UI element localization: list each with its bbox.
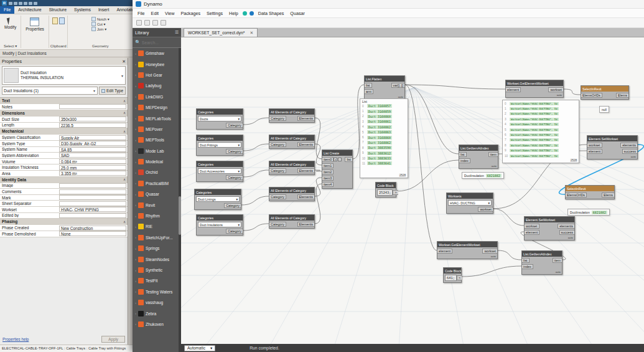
- wire[interactable]: [315, 170, 322, 171]
- save-icon[interactable]: [152, 20, 158, 26]
- library-item-steamnodes[interactable]: ›SteamNodes: [133, 254, 181, 264]
- workspace-tab[interactable]: WORKSET_SET_correct.dyn* ✕: [184, 28, 258, 37]
- close-icon[interactable]: ✕: [122, 59, 126, 64]
- copy-icon[interactable]: [59, 17, 65, 24]
- library-item-meptools[interactable]: ›MEPTools: [133, 135, 181, 145]
- node-sel2[interactable]: SelectInRevitElemsOrIDsElems: [565, 185, 615, 199]
- property-value[interactable]: 0.084 m³: [59, 159, 126, 164]
- library-item-zebra[interactable]: ›Zebra: [133, 308, 181, 318]
- output-port[interactable]: Elements: [297, 142, 314, 147]
- output-port[interactable]: success: [559, 230, 574, 235]
- library-item-testing-waters[interactable]: ›Testing Waters: [133, 287, 181, 297]
- revit-tab-file[interactable]: File: [0, 6, 14, 14]
- wire[interactable]: [405, 85, 459, 154]
- output-port[interactable]: workset: [478, 207, 493, 212]
- library-item-vasshaug[interactable]: ›vasshaug: [133, 297, 181, 308]
- workset-preview[interactable]: 0Workset(Name="HVAC-DUCTING", Id1Workset…: [502, 100, 579, 163]
- wire[interactable]: [243, 170, 269, 177]
- wire[interactable]: [243, 118, 269, 125]
- property-value[interactable]: Supply Air: [59, 135, 126, 140]
- input-port[interactable]: item4: [322, 182, 334, 187]
- library-item-revit[interactable]: ›Revit: [133, 199, 181, 210]
- output-port[interactable]: item: [488, 152, 498, 157]
- library-item-mepover[interactable]: ›MEPover: [133, 124, 181, 135]
- input-port[interactable]: list: [365, 83, 372, 88]
- collapse-icon[interactable]: ∧: [123, 178, 126, 181]
- input-port[interactable]: list: [522, 258, 530, 263]
- node-dropdown[interactable]: Duct Accessories▾: [198, 168, 241, 174]
- property-value[interactable]: D30-Supply_Air-G2: [59, 141, 126, 146]
- paste-icon[interactable]: [52, 17, 58, 24]
- close-icon[interactable]: ✕: [250, 31, 253, 36]
- run-mode-select[interactable]: Automatic ▾: [184, 345, 215, 351]
- library-item-testfit[interactable]: ›TestFit: [133, 275, 181, 286]
- input-port[interactable]: index: [522, 264, 533, 269]
- property-value[interactable]: [59, 183, 126, 188]
- library-item-meplabtools[interactable]: ›MEPLabTools: [133, 113, 181, 123]
- menu-edit[interactable]: Edit: [148, 9, 162, 17]
- element-filter-combo[interactable]: Duct Insulations (1) ▾: [2, 87, 98, 95]
- property-value[interactable]: [59, 201, 126, 206]
- output-port[interactable]: >: [393, 190, 398, 195]
- node-wsnode[interactable]: WorksetsHVAC- DUCTING▾workset: [446, 193, 493, 214]
- output-port[interactable]: list: [345, 157, 352, 162]
- search-input[interactable]: [142, 40, 174, 45]
- property-value[interactable]: SAD: [59, 153, 126, 158]
- node-dropdown[interactable]: Duct Fittings▾: [198, 142, 241, 148]
- wire[interactable]: [315, 144, 322, 165]
- collapse-icon[interactable]: ∧: [123, 99, 126, 103]
- node-all3[interactable]: All Elements of CategoryCategoryElements: [269, 161, 315, 175]
- node-cb2[interactable]: Code Block641;>: [443, 267, 462, 283]
- property-value[interactable]: [59, 104, 126, 109]
- property-value[interactable]: 2236.5: [59, 123, 126, 128]
- wire[interactable]: [243, 224, 269, 231]
- code-text[interactable]: 25243;: [377, 189, 393, 196]
- output-port[interactable]: var[]..[]: [391, 83, 404, 88]
- revit-logo-icon[interactable]: R: [2, 1, 7, 6]
- menu-settings[interactable]: Settings: [203, 9, 226, 17]
- tool-notch[interactable]: Notch ▾: [91, 17, 110, 21]
- input-port[interactable]: Category: [269, 168, 286, 173]
- input-port[interactable]: item3: [322, 176, 334, 181]
- input-port[interactable]: Category: [269, 194, 286, 199]
- wire[interactable]: [405, 85, 505, 89]
- input-port[interactable]: item2: [322, 169, 334, 174]
- flatten-preview[interactable]: List0Duct 31608571Duct 31608592Duct 3160…: [360, 98, 408, 178]
- dynamo-canvas[interactable]: CategoriesDucts▾CategoryCategoriesDuct F…: [181, 37, 644, 344]
- output-port[interactable]: Category: [224, 203, 241, 208]
- node-cat1[interactable]: CategoriesDucts▾Category: [196, 108, 243, 130]
- node-cat2[interactable]: CategoriesDuct Fittings▾Category: [196, 135, 243, 156]
- modify-button[interactable]: Modify: [1, 16, 19, 31]
- tool-cut[interactable]: Cut ▾: [91, 22, 110, 26]
- input-port[interactable]: amt: [365, 89, 373, 94]
- open-icon[interactable]: [9, 2, 12, 5]
- output-port[interactable]: Category: [226, 149, 243, 154]
- output-port[interactable]: workset: [482, 249, 497, 254]
- output-port[interactable]: >: [457, 275, 462, 280]
- library-item-ladybug[interactable]: ›Ladybug: [133, 80, 181, 91]
- input-port[interactable]: list: [459, 152, 467, 157]
- input-port[interactable]: element: [506, 87, 521, 92]
- output-port[interactable]: workset: [548, 87, 563, 92]
- list-create-buttons[interactable]: +−: [334, 158, 342, 161]
- collapse-icon[interactable]: ∧: [123, 220, 126, 224]
- revit-tab-systems[interactable]: Systems: [70, 6, 95, 14]
- input-port[interactable]: Category: [269, 116, 286, 121]
- node-dropdown[interactable]: Duct Insulations▾: [198, 222, 241, 227]
- input-port[interactable]: Category: [269, 142, 286, 147]
- property-value[interactable]: None: [59, 231, 126, 236]
- revit-tab-structure[interactable]: Structure: [45, 6, 70, 14]
- new-file-icon[interactable]: [136, 20, 142, 26]
- tool-join[interactable]: Join ▾: [91, 27, 110, 31]
- node-cat4[interactable]: CategoriesDuct Linings▾Category: [194, 189, 241, 210]
- output-port[interactable]: Elements: [297, 116, 314, 121]
- redo-icon[interactable]: [24, 2, 27, 5]
- library-item-orchid[interactable]: ›Orchid: [133, 167, 181, 178]
- node-gi2[interactable]: List.GetItemAtIndexlistitemindexauto: [521, 250, 562, 275]
- node-all1[interactable]: All Elements of CategoryCategoryElements: [269, 108, 315, 123]
- menu-file[interactable]: File: [134, 9, 148, 17]
- menu-icon[interactable]: ☰: [175, 30, 179, 35]
- node-dropdown[interactable]: Duct Linings▾: [196, 196, 240, 202]
- output-port[interactable]: elements: [558, 224, 574, 229]
- library-item-rhythm[interactable]: ›Rhythm: [133, 211, 181, 221]
